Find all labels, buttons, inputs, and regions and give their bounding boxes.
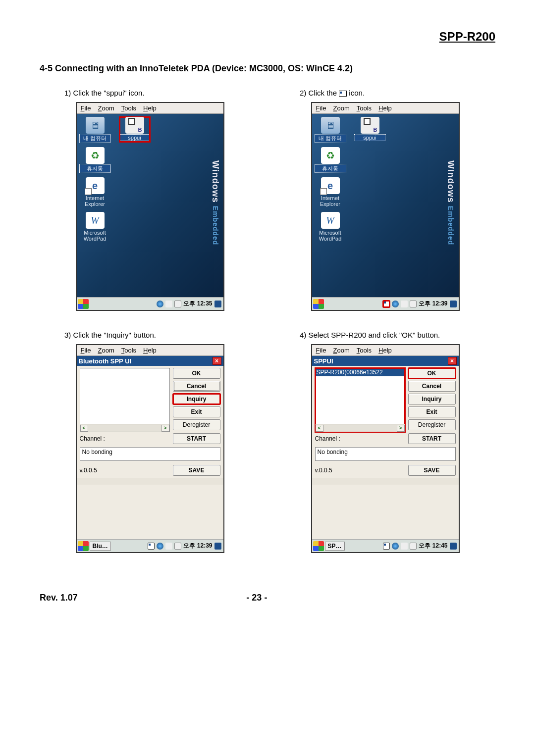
menu-tools[interactable]: Tools [121, 347, 136, 354]
toolbar-strip [77, 478, 223, 485]
menu-help[interactable]: Help [378, 104, 392, 112]
taskbar: SP… 오후 12:45 [312, 539, 459, 552]
step-4-text: 4) Select SPP-R200 and click "OK" button… [275, 331, 495, 339]
menu-help[interactable]: Help [143, 347, 157, 354]
windows-watermark: Windows Embedded [443, 139, 456, 267]
clock: 오후 12:39 [183, 542, 212, 550]
keyboard-icon[interactable] [410, 543, 417, 550]
menu-zoom[interactable]: Zoom [333, 347, 349, 354]
menu-file[interactable]: File [316, 104, 326, 112]
wordpad-icon: W [321, 212, 340, 229]
volume-icon[interactable] [401, 301, 408, 307]
inquiry-button[interactable]: Inquiry [408, 394, 456, 404]
menu-help[interactable]: Help [378, 347, 392, 354]
desktop-wordpad[interactable]: W Microsoft WordPad [315, 212, 346, 242]
mycomputer-label: 내 컴퓨터 [80, 135, 110, 142]
menubar: File Zoom Tools Help [312, 345, 459, 356]
taskbar-app-button[interactable]: Blu… [90, 542, 111, 551]
titlebar: SPPUI × [312, 356, 459, 366]
sppui-icon [361, 117, 379, 134]
conn-tray-icon[interactable] [148, 543, 155, 550]
scroll-left[interactable]: < [316, 425, 323, 432]
clock: 오후 12:35 [183, 300, 212, 308]
h-scrollbar[interactable]: < > [80, 424, 169, 432]
scroll-left[interactable]: < [80, 425, 88, 432]
globe-icon[interactable] [157, 543, 163, 550]
start-button[interactable]: START [408, 433, 456, 444]
menu-help[interactable]: Help [143, 104, 157, 112]
deregister-button[interactable]: Deregister [408, 419, 456, 430]
globe-icon[interactable] [392, 301, 399, 307]
menu-tools[interactable]: Tools [357, 347, 372, 354]
start-button[interactable] [313, 299, 324, 309]
inquiry-button[interactable]: Inquiry [173, 394, 220, 404]
clock: 오후 12:45 [419, 542, 447, 550]
scroll-right[interactable]: > [397, 425, 405, 432]
volume-icon[interactable] [401, 543, 408, 550]
device-listbox[interactable]: SPP-R200(00066e13522 < > [315, 368, 405, 432]
sppui-label: sppui [119, 135, 150, 141]
desktop-mycomputer[interactable]: 🖥 내 컴퓨터 [315, 117, 346, 142]
recycle-icon: ♻ [321, 147, 340, 164]
conn-tray-icon[interactable] [383, 301, 390, 307]
globe-icon[interactable] [157, 301, 163, 307]
start-button[interactable]: START [173, 433, 220, 444]
tray-app-icon[interactable] [450, 301, 457, 307]
close-button[interactable]: × [448, 357, 457, 365]
tray-app-icon[interactable] [214, 301, 221, 307]
step-1-text: 1) Click the "sppui" icon. [40, 89, 260, 97]
device-listbox[interactable]: < > [80, 368, 170, 432]
device-list-item[interactable]: SPP-R200(00066e13522 [316, 368, 405, 376]
desktop-recyclebin[interactable]: ♻ 휴지통 [80, 147, 110, 172]
tray-app-icon[interactable] [450, 543, 457, 550]
system-tray: 오후 12:45 [383, 542, 457, 550]
globe-icon[interactable] [392, 543, 399, 550]
menu-zoom[interactable]: Zoom [98, 104, 114, 112]
pda-window-step2: File Zoom Tools Help Windows Embedded 🖥 [311, 102, 460, 311]
exit-button[interactable]: Exit [408, 406, 456, 417]
keyboard-icon[interactable] [410, 301, 417, 307]
menu-file[interactable]: File [316, 347, 326, 354]
start-button[interactable] [313, 541, 324, 551]
deregister-button[interactable]: Deregister [173, 419, 220, 430]
menu-tools[interactable]: Tools [357, 104, 372, 112]
desktop-mycomputer[interactable]: 🖥 내 컴퓨터 [80, 117, 110, 142]
tray-app-icon[interactable] [214, 543, 221, 550]
start-button[interactable] [78, 299, 89, 309]
desktop-sppui[interactable]: sppui [119, 117, 150, 142]
menu-zoom[interactable]: Zoom [333, 104, 349, 112]
volume-icon[interactable] [165, 543, 172, 550]
volume-icon[interactable] [165, 301, 172, 307]
pda-window-step4: File Zoom Tools Help SPPUI × SPP-R200(00… [311, 344, 460, 553]
cancel-button[interactable]: Cancel [408, 381, 456, 392]
computer-icon: 🖥 [86, 117, 105, 134]
taskbar: Blu… 오후 12:39 [77, 539, 223, 552]
conn-tray-icon[interactable] [383, 543, 390, 550]
menu-file[interactable]: File [81, 104, 91, 112]
keyboard-icon[interactable] [174, 543, 181, 550]
desktop-ie[interactable]: e Internet Explorer [80, 177, 110, 207]
close-button[interactable]: × [213, 357, 221, 365]
windows-watermark: Windows Embedded [208, 139, 220, 267]
save-button[interactable]: SAVE [408, 465, 456, 476]
start-button[interactable] [78, 541, 89, 551]
taskbar-app-button[interactable]: SP… [325, 542, 345, 551]
scroll-right[interactable]: > [161, 425, 169, 432]
menu-tools[interactable]: Tools [121, 104, 136, 112]
h-scrollbar[interactable]: < > [316, 424, 405, 432]
keyboard-icon[interactable] [174, 301, 181, 307]
taskbar: 오후 12:35 [77, 297, 223, 310]
desktop-sppui[interactable]: sppui [355, 117, 385, 142]
menu-file[interactable]: File [81, 347, 91, 354]
desktop-recyclebin[interactable]: ♻ 휴지통 [315, 147, 346, 172]
desktop-ie[interactable]: e Internet Explorer [315, 177, 346, 207]
ok-button[interactable]: OK [408, 368, 456, 379]
cancel-button[interactable]: Cancel [173, 381, 220, 392]
menu-zoom[interactable]: Zoom [98, 347, 114, 354]
window-title: Bluetooth SPP UI [79, 357, 132, 365]
ok-button[interactable]: OK [173, 368, 220, 379]
desktop-wordpad[interactable]: W Microsoft WordPad [80, 212, 110, 242]
exit-button[interactable]: Exit [173, 406, 220, 417]
pda-window-step3: File Zoom Tools Help Bluetooth SPP UI × … [76, 344, 224, 553]
save-button[interactable]: SAVE [173, 465, 220, 476]
